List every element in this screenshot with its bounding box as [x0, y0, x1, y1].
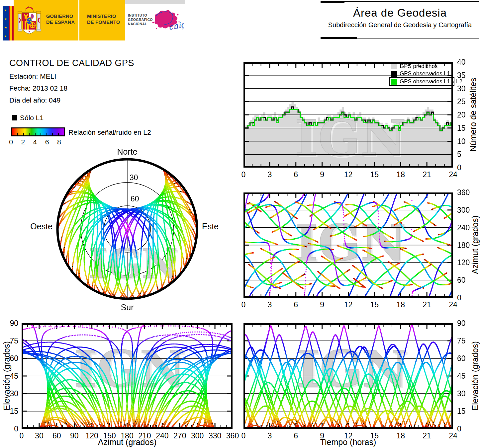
- elev-time-y-tick-label: 60: [457, 354, 466, 363]
- elev-time-y-tick-label: 90: [457, 319, 466, 328]
- nsat-y-tick-label: 5: [457, 150, 461, 159]
- snr-colorbar: [11, 127, 65, 136]
- colorbar-tick: [41, 133, 41, 135]
- elev-time-x-tick-label: 24: [449, 431, 457, 440]
- colorbar-tick: [52, 133, 53, 135]
- elev-time-x-tick-label: 18: [396, 431, 405, 440]
- azimuth-y-axis-title: Azimut (grados): [470, 188, 480, 301]
- elev-azimuth-y-tick-label: 90: [2, 319, 18, 328]
- elev-azimuth-x-tick-label: 270: [173, 431, 186, 440]
- elev-azimuth-x-tick-label: 60: [52, 431, 61, 440]
- colorbar-tick: [35, 133, 36, 135]
- azimuth-x-tick-label: 3: [267, 300, 272, 309]
- nsat-y-tick-label: 20: [457, 111, 466, 119]
- nsat-y-tick-label: 35: [457, 71, 466, 80]
- elev-time-y-tick-label: 0: [457, 424, 461, 433]
- colorbar-tick-label: 6: [45, 137, 49, 146]
- ministerio-logo-box: MINISTERIO DE FOMENTO: [79, 0, 125, 40]
- nsat-x-tick-label: 3: [267, 170, 272, 179]
- skyplot-east-label: Este: [202, 222, 219, 231]
- colorbar-tick: [64, 133, 64, 135]
- nsat-y-axis-title: Número de satélites: [468, 58, 478, 171]
- azimuth-y-tick-label: 240: [457, 223, 470, 232]
- elev-azimuth-x-tick-label: 90: [70, 431, 79, 440]
- solo-l1-swatch: [12, 115, 17, 120]
- nsat-y-tick-label: 40: [457, 58, 466, 67]
- azimuth-y-tick-label: 300: [457, 206, 470, 215]
- skyplot-south-label: Sur: [121, 303, 134, 312]
- azimuth-vs-time-canvas: [243, 192, 453, 298]
- legend-entry: GPS observados L1 y L2: [389, 77, 454, 86]
- elev-azimuth-y-tick-label: 0: [2, 424, 18, 433]
- elev-time-x-tick-label: 21: [423, 431, 431, 440]
- date-label: Fecha: 2013 02 18: [9, 84, 67, 92]
- eu-star-icon: ★: [4, 35, 7, 38]
- nsat-x-tick-label: 9: [320, 170, 324, 179]
- nsat-x-tick-label: 18: [396, 170, 405, 179]
- gobierno-label: GOBIERNO DE ESPAÑA: [46, 13, 75, 25]
- nsat-y-tick-label: 0: [457, 163, 461, 172]
- elev-time-x-tick-label: 6: [294, 431, 298, 440]
- elev-time-x-tick-label: 3: [267, 431, 272, 440]
- azimuth-x-tick-label: 6: [294, 300, 298, 309]
- elevation-vs-azimuth-canvas: [22, 323, 233, 429]
- azimuth-y-tick-label: 180: [457, 241, 470, 250]
- elev-time-y-tick-label: 75: [457, 336, 466, 345]
- eu-star-icon: ★: [4, 18, 7, 21]
- nsat-x-tick-label: 0: [241, 170, 246, 179]
- snr-colorbar-caption: Relación señal/ruido en L2: [68, 128, 151, 136]
- azimuth-y-tick-label: 360: [457, 188, 470, 197]
- azimuth-x-tick-label: 12: [344, 300, 353, 309]
- elev-azimuth-x-tick-label: 330: [209, 431, 221, 440]
- legend-swatch: [391, 64, 397, 69]
- skyplot-north-label: Norte: [117, 147, 137, 157]
- legend-swatch: [391, 71, 397, 77]
- elev-azimuth-x-tick-label: 360: [226, 431, 239, 440]
- area-subtitle: Subdirección General de Geodesia y Carto…: [321, 21, 479, 29]
- nsat-y-tick-label: 30: [457, 84, 466, 93]
- colorbar-tick: [47, 133, 47, 135]
- colorbar-tick: [23, 133, 24, 135]
- colorbar-tick-label: 2: [21, 137, 25, 146]
- azimuth-y-tick-label: 0: [457, 293, 461, 302]
- elev-time-x-tick-label: 12: [344, 431, 353, 440]
- colorbar-tick: [12, 133, 12, 135]
- azimuth-x-tick-label: 0: [241, 300, 246, 309]
- nsat-x-tick-label: 21: [423, 170, 431, 179]
- legend-entry-label: GPS observados L1: [400, 70, 450, 77]
- colorbar-tick: [29, 133, 30, 135]
- spain-coat-of-arms-icon: [18, 5, 41, 37]
- elev-azimuth-x-tick-label: 300: [191, 431, 204, 440]
- colorbar-tick: [58, 133, 59, 135]
- elev-time-y-tick-label: 15: [457, 407, 466, 416]
- nsat-y-tick-label: 15: [457, 124, 466, 133]
- azimuth-x-tick-label: 21: [423, 300, 431, 309]
- elev-azimuth-x-tick-label: 210: [138, 431, 151, 440]
- nsat-x-tick-label: 15: [370, 170, 379, 179]
- ministerio-label: MINISTERIO DE FOMENTO: [87, 13, 120, 25]
- nsat-x-tick-label: 12: [344, 170, 353, 179]
- elev-time-y-tick-label: 45: [457, 372, 466, 381]
- legend-entry: GPS predichos: [391, 63, 454, 70]
- colorbar-tick-label: 0: [9, 137, 13, 146]
- eu-flag-icon: ★ ★ ★ ★: [3, 6, 9, 40]
- eu-star-icon: ★: [4, 9, 7, 12]
- skyplot-ring30-label: 30: [130, 173, 138, 182]
- elev-azimuth-x-tick-label: 120: [85, 431, 98, 440]
- azimuth-x-tick-label: 9: [320, 300, 324, 309]
- elev-azimuth-x-tick-label: 0: [20, 431, 24, 440]
- elev-time-x-tick-label: 9: [320, 431, 324, 440]
- elev-azimuth-x-tick-label: 240: [156, 431, 168, 440]
- azimuth-x-tick-label: 18: [396, 300, 405, 309]
- area-title: Área de Geodesia: [321, 7, 479, 19]
- cnig-logo: cnig: [149, 8, 184, 33]
- rule: [321, 1, 479, 2]
- gray-bar: [125, 0, 185, 4]
- nsat-x-tick-label: 24: [449, 170, 457, 179]
- elev-azimuth-y-tick-label: 30: [2, 389, 18, 398]
- letterhead: Área de Geodesia Subdirección General de…: [321, 0, 479, 41]
- legend-swatch: [391, 79, 397, 85]
- eu-star-icon: ★: [4, 26, 7, 29]
- doy-label: Día del año: 049: [9, 96, 60, 104]
- elev-azimuth-y-tick-label: 60: [2, 354, 18, 363]
